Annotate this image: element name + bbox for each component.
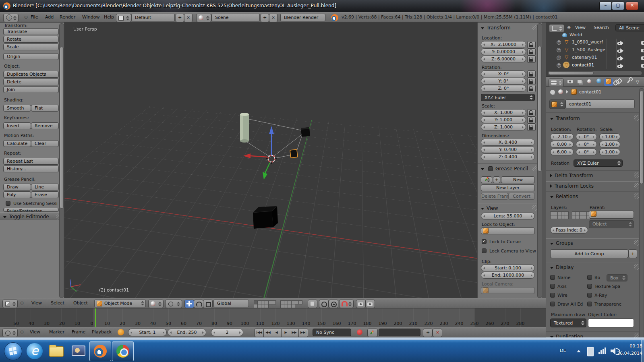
lock-icon[interactable] [527, 78, 536, 85]
outliner-row[interactable]: ▽ 1_0500_wuerf [549, 39, 644, 46]
selected-cube-object[interactable] [290, 149, 298, 158]
snap-toggle-button[interactable] [339, 300, 354, 308]
repeat-last-button[interactable]: Repeat Last [3, 158, 59, 165]
dimension-z-field[interactable]: Z: 0.400 [481, 153, 535, 160]
menu-render[interactable]: Render [60, 14, 75, 20]
insert-keyframe-button[interactable]: Insert [3, 122, 31, 129]
screen-layout-icon-button[interactable] [116, 14, 131, 22]
toolshelf-scrollbar-thumb[interactable] [60, 47, 64, 209]
dimension-y-field[interactable]: Y: 0.400 [481, 146, 535, 153]
loc-x-field[interactable]: -2.10 [550, 133, 574, 140]
gp-draw-button[interactable]: Draw [3, 184, 31, 190]
display-bounds-checkbox[interactable] [587, 275, 592, 280]
gp-new-button[interactable]: New [501, 176, 535, 183]
render-engine-select[interactable]: Blender Render [280, 14, 325, 21]
join-button[interactable]: Join [3, 86, 59, 93]
gp-line-button[interactable]: Line [31, 184, 59, 190]
rot-x-field[interactable]: 0° [576, 133, 597, 140]
view3d-menu-select[interactable]: Select [51, 300, 64, 306]
loc-z-field[interactable]: 6.00 [550, 149, 574, 155]
outliner-menu-search[interactable]: Search [594, 25, 609, 30]
cube-object-right[interactable] [301, 127, 310, 137]
grease-pencil-checkbox[interactable] [488, 166, 493, 171]
translate-button[interactable]: Translate [3, 28, 59, 35]
scale-x-field[interactable]: 1.00 [599, 133, 620, 140]
max-draw-select[interactable]: Textured [550, 319, 586, 327]
gp-delete-frame-button[interactable]: Delete Frame [481, 193, 508, 200]
play-button[interactable]: ▶ [281, 329, 290, 337]
transform-orientation-select[interactable]: Global [213, 300, 249, 307]
tab-constraints[interactable] [615, 79, 623, 86]
scale-z-field[interactable]: 1.00 [599, 149, 620, 155]
delta-transform-header[interactable]: Delta Transform [550, 173, 593, 178]
duplicate-objects-button[interactable]: Duplicate Objects [3, 71, 59, 78]
jump-to-end-button[interactable]: ▶▶| [299, 329, 308, 337]
timeline-menu-marker[interactable]: Marker [49, 329, 64, 335]
scale-x-field[interactable]: X: 1.000 [481, 109, 526, 116]
gp-erase-button[interactable]: Erase [31, 191, 59, 198]
menu-help[interactable]: Help [104, 14, 114, 20]
local-camera-field[interactable] [481, 287, 535, 294]
lock-to-object-field[interactable] [481, 228, 535, 234]
transform-locks-header[interactable]: Transform Locks [550, 183, 594, 189]
rotation-mode-select[interactable]: XYZ Euler [574, 159, 623, 167]
language-indicator[interactable]: DE [560, 348, 566, 353]
collapse-menus-icon[interactable]: ⊖ [20, 329, 24, 335]
display-drawall-checkbox[interactable] [550, 302, 555, 306]
view3d-editor-type-button[interactable] [2, 300, 18, 308]
timeline-editor-type-button[interactable] [2, 329, 18, 337]
menu-add[interactable]: Add [45, 14, 54, 20]
menu-file[interactable]: File [31, 14, 38, 20]
parent-field[interactable] [589, 211, 634, 219]
keying-set-field[interactable] [379, 329, 420, 336]
npanel-scrollbar-thumb[interactable] [538, 46, 542, 172]
transform-panel-header[interactable]: Transform [550, 116, 580, 121]
snap-ring-button[interactable] [329, 300, 338, 308]
pivot-point-select[interactable] [165, 300, 182, 308]
gp-new-plus-button[interactable]: + [493, 176, 500, 183]
expand-icon[interactable] [557, 56, 561, 60]
display-transparency-checkbox[interactable] [587, 302, 592, 306]
rot-y-field[interactable]: 0° [576, 141, 597, 148]
expand-icon[interactable] [557, 63, 561, 68]
flat-button[interactable]: Flat [31, 105, 59, 112]
delete-layout-button[interactable]: × [184, 14, 193, 22]
lock-icon[interactable] [527, 70, 536, 78]
layer-cell[interactable] [291, 304, 295, 308]
lock-icon[interactable] [527, 48, 536, 56]
current-frame-field[interactable]: 2 [211, 329, 243, 336]
properties-editor-type-button[interactable] [549, 79, 564, 87]
groups-header[interactable]: Groups [550, 240, 573, 246]
origin-button[interactable]: Origin [3, 53, 59, 60]
lock-icon[interactable] [527, 109, 536, 116]
layer-cell[interactable] [298, 300, 302, 304]
record-button[interactable] [357, 329, 362, 335]
rotation-y-field[interactable]: Y: 0° [481, 78, 526, 85]
timeline-menu-playback[interactable]: Playback [92, 329, 112, 335]
expand-icon[interactable] [557, 48, 561, 52]
scale-z-field[interactable]: Z: 1.000 [481, 124, 526, 130]
cube-object-bottom[interactable] [253, 206, 278, 229]
location-x-field[interactable]: X: -2.10000 [481, 41, 526, 48]
timeline-playhead[interactable] [95, 308, 96, 327]
internet-explorer-icon[interactable]: e [27, 343, 43, 359]
object-color-swatch[interactable] [588, 319, 634, 327]
add-layout-button[interactable]: + [176, 14, 184, 22]
explorer-icon[interactable] [48, 343, 64, 359]
display-wire-checkbox[interactable] [550, 293, 555, 298]
app-icon[interactable] [70, 343, 86, 359]
delete-button[interactable]: Delete [3, 79, 59, 85]
gp-convert-button[interactable]: Convert [508, 193, 535, 200]
start-button[interactable] [4, 342, 22, 360]
scene-lock-button[interactable] [308, 300, 317, 308]
lock-icon[interactable] [527, 116, 536, 124]
view-panel-header[interactable]: View [481, 205, 498, 211]
clock-time[interactable]: 00:18 [621, 343, 642, 349]
loc-y-field[interactable]: 0.00 [550, 141, 574, 148]
use-sketching-checkbox[interactable] [6, 201, 10, 206]
grease-pencil-panel-header[interactable] [481, 166, 487, 172]
view3d-menu-view[interactable]: View [31, 300, 42, 306]
gp-new-layer-button[interactable]: New Layer [481, 184, 535, 191]
keying-set-icon-button[interactable] [367, 329, 378, 337]
outliner-editor-type-button[interactable] [549, 24, 564, 33]
